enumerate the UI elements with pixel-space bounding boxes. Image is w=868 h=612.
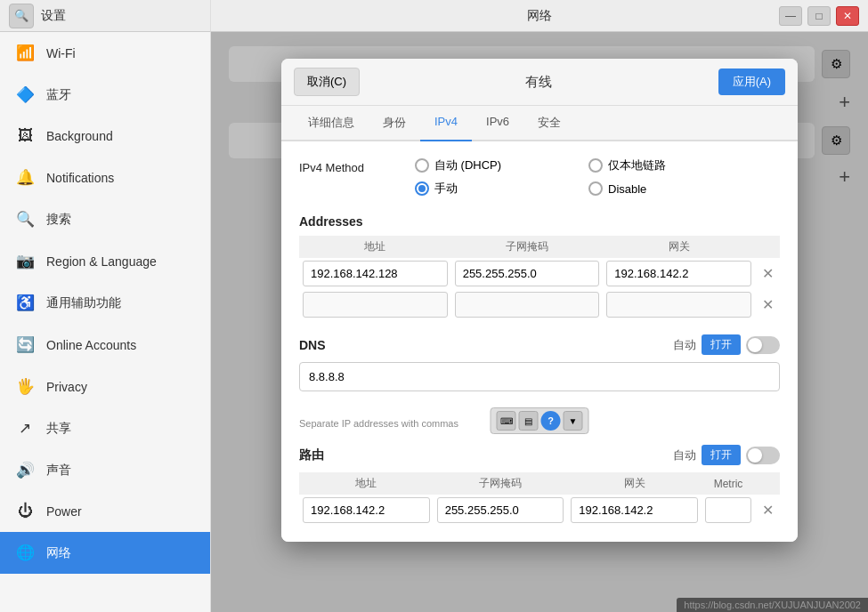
routes-toggle-track[interactable] (746, 447, 780, 464)
bluetooth-icon: 🔷 (14, 85, 36, 104)
col-gw-header: 网关 (603, 236, 755, 258)
method-local[interactable]: 仅本地链路 (588, 157, 666, 173)
dns-section: DNS 自动 打开 ⌨ (299, 334, 780, 431)
power-icon: ⏻ (14, 503, 36, 520)
share-icon: ↗ (14, 419, 36, 438)
sidebar-item-background[interactable]: 🖼 Background (0, 116, 210, 157)
network-title: 网络 (527, 8, 552, 24)
dns-input[interactable] (299, 362, 780, 391)
tab-ipv6[interactable]: IPv6 (472, 106, 523, 141)
route-addr-0[interactable] (303, 497, 430, 523)
remove-addr-btn-1[interactable]: ✕ (762, 296, 774, 313)
sidebar: 📶 Wi-Fi 🔷 蓝牙 🖼 Background 🔔 Notification… (0, 32, 211, 612)
sidebar-item-search[interactable]: 🔍 搜索 (0, 198, 210, 240)
close-icon: ✕ (843, 10, 852, 22)
sidebar-item-network[interactable]: 🌐 网络 (0, 532, 210, 574)
calc-btn-1[interactable]: ⌨ (497, 411, 516, 431)
search-sidebar-icon: 🔍 (14, 210, 36, 229)
routes-auto-label: 自动 (673, 447, 696, 463)
privacy-icon: 🖐 (14, 377, 36, 396)
route-mask-0[interactable] (437, 497, 564, 523)
col-addr-header: 地址 (299, 236, 451, 258)
remove-route-btn-0[interactable]: ✕ (762, 502, 774, 519)
radio-local[interactable] (588, 158, 603, 173)
settings-title: 设置 (41, 8, 66, 24)
radio-disable[interactable] (588, 181, 603, 196)
routes-table: 地址 子网掩码 网关 Metric (299, 472, 780, 526)
sidebar-item-power[interactable]: ⏻ Power (0, 491, 210, 532)
routes-title: 路由 (299, 447, 324, 463)
radio-auto[interactable] (415, 158, 429, 173)
sidebar-item-region[interactable]: 📷 Region & Language (0, 240, 210, 282)
remove-addr-btn-0[interactable]: ✕ (762, 265, 774, 282)
background-icon: 🖼 (14, 127, 36, 145)
keyboard-popup: ⌨ ▤ ? ▼ (491, 407, 589, 434)
sidebar-item-accessibility[interactable]: ♿ 通用辅助功能 (0, 282, 210, 324)
route-metric-0[interactable] (705, 497, 751, 523)
maximize-icon: □ (815, 10, 822, 22)
dialog-header: 取消(C) 有线 应用(A) (281, 59, 798, 106)
sidebar-item-privacy[interactable]: 🖐 Privacy (0, 366, 210, 407)
routes-toggle-btn[interactable]: 打开 (702, 445, 741, 465)
gw-input-1[interactable] (606, 292, 751, 318)
dialog-title: 有线 (525, 74, 552, 91)
accessibility-icon: ♿ (14, 294, 36, 312)
sidebar-item-share[interactable]: ↗ 共享 (0, 407, 210, 449)
calc-btn-2[interactable]: ▤ (519, 411, 539, 431)
sidebar-item-notifications[interactable]: 🔔 Notifications (0, 157, 210, 198)
addr-input-0[interactable] (303, 261, 448, 286)
address-row-1: ✕ (299, 289, 780, 320)
method-manual[interactable]: 手动 (415, 181, 553, 197)
routes-col-metric: Metric (702, 472, 755, 495)
ipv4-method-label: IPv4 Method (299, 157, 415, 174)
wifi-icon: 📶 (14, 44, 36, 62)
minimize-button[interactable]: — (779, 6, 802, 26)
region-icon: 📷 (14, 252, 36, 270)
gw-input-0[interactable] (606, 261, 751, 286)
mask-input-1[interactable] (455, 292, 600, 318)
radio-manual[interactable] (415, 181, 429, 196)
calc-btn-3[interactable]: ▼ (564, 411, 583, 431)
method-auto[interactable]: 自动 (DHCP) (415, 157, 553, 173)
search-icon: 🔍 (14, 9, 28, 22)
tab-identity[interactable]: 身份 (369, 106, 420, 141)
route-gw-0[interactable] (571, 497, 698, 523)
address-row-0: ✕ (299, 258, 780, 289)
sidebar-item-sound[interactable]: 🔊 声音 (0, 449, 210, 491)
dns-title: DNS (299, 338, 326, 352)
search-button[interactable]: 🔍 (9, 4, 34, 28)
dns-toggle-btn[interactable]: 打开 (702, 334, 741, 355)
tab-security[interactable]: 安全 (523, 106, 575, 141)
sidebar-item-wifi[interactable]: 📶 Wi-Fi (0, 32, 210, 74)
dialog-overlay: 取消(C) 有线 应用(A) 详细信息 身份 IPv4 (211, 32, 868, 612)
help-btn[interactable]: ? (541, 411, 561, 431)
minimize-icon: — (785, 10, 796, 22)
method-options: 自动 (DHCP) 仅本地链路 (415, 157, 666, 197)
notifications-icon: 🔔 (14, 168, 36, 187)
ipv4-method-section: IPv4 Method 自动 (DHCP) 仅本地链路 (299, 157, 780, 197)
tab-ipv4[interactable]: IPv4 (420, 106, 472, 141)
online-accounts-icon: 🔄 (14, 335, 36, 354)
sound-icon: 🔊 (14, 461, 36, 479)
mask-input-0[interactable] (455, 261, 600, 286)
wired-dialog: 取消(C) 有线 应用(A) 详细信息 身份 IPv4 (281, 59, 798, 542)
dns-toggle-thumb (748, 338, 762, 352)
addresses-title: Addresses (299, 214, 780, 229)
dns-hint: Separate IP addresses with commas (299, 418, 458, 429)
sidebar-item-online-accounts[interactable]: 🔄 Online Accounts (0, 324, 210, 366)
close-button[interactable]: ✕ (836, 6, 859, 26)
tab-details[interactable]: 详细信息 (294, 106, 369, 141)
addresses-section: Addresses 地址 子网掩码 网关 (299, 214, 780, 320)
dns-auto-label: 自动 (673, 337, 696, 353)
cancel-button[interactable]: 取消(C) (294, 68, 360, 96)
routes-section: 路由 自动 打开 (299, 445, 780, 526)
routes-col-addr: 地址 (299, 472, 434, 495)
addresses-table: 地址 子网掩码 网关 (299, 236, 780, 320)
network-icon: 🌐 (14, 544, 36, 562)
addr-input-1[interactable] (303, 292, 448, 318)
maximize-button[interactable]: □ (807, 6, 831, 26)
apply-button[interactable]: 应用(A) (718, 68, 785, 95)
method-disable[interactable]: Disable (588, 181, 646, 197)
dns-toggle-track[interactable] (746, 336, 780, 354)
sidebar-item-bluetooth[interactable]: 🔷 蓝牙 (0, 74, 210, 116)
